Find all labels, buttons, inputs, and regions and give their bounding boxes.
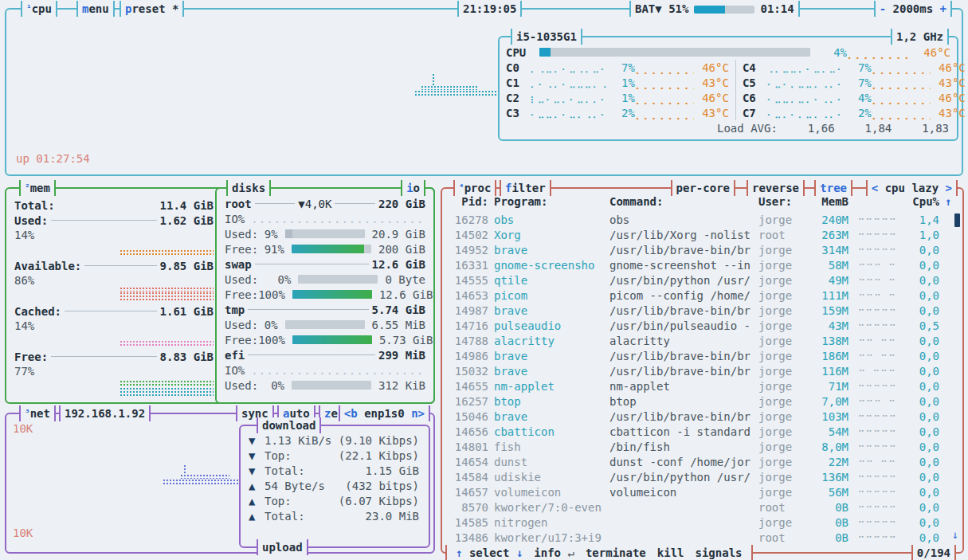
table-row[interactable]: 16278 obs obs jorge 240M ⠒⠒⠒⠒⠒ 1,4 [442,212,962,227]
disk-free-value: 5.73 GiB [379,334,433,347]
btop-screen: ¹cpu menu preset * 21:19:05 BAT▼ 51%01:1… [0,0,968,560]
table-row[interactable]: 14801 fish /bin/fish jorge 8,0M ⠒⠒⠒⠒⠒ 0,… [442,439,962,454]
disk-free-label: Free: [225,288,258,301]
table-row[interactable]: 8570 kworker/7:0-even root 0B ⠒⠒⠒⠒⠒ 0,0 [442,499,962,515]
select-control[interactable]: ↑ select ↓ [451,545,527,560]
table-row[interactable]: 16331 gnome-screensho gnome-screenshot -… [442,257,962,272]
core-usage-graph: ⡀⠄⢀⡀⠄⣀⣀⣀⡀⢀ [530,77,608,88]
preset-button[interactable]: preset * [120,1,184,17]
process-command: picom --config /home/ [609,289,753,302]
process-pid: 16331 [449,259,488,272]
filter-button[interactable]: filter [500,180,551,196]
disk-name: efi [225,349,245,362]
column-command[interactable]: Command: [609,195,753,208]
scrollbar-thumb[interactable] [954,213,960,227]
core-row: C7 ⠄⣀⡀⠄⡀⣀⡀⢀⡀⠄ 2% ⡀⡀⡀⡀⡀⡀⡀⡀⡀ 43°C [743,105,966,120]
column-program[interactable]: Program: [494,195,604,208]
core-temp: 43°C [694,76,729,89]
disk-size: 5.74 GiB [372,303,425,316]
network-panel-title[interactable]: ³net [19,405,56,421]
sort-prev-button[interactable]: < [872,182,878,194]
process-cpu-percent: 0,0 [906,274,939,287]
table-row[interactable]: 16257 btop btop jorge 7,0M ⠒⠒⠒ ⠒ 0,0 [442,394,962,409]
process-pid: 16257 [449,395,488,408]
process-user: jorge [758,259,803,272]
network-stat-value: (9.10 Kibps) [339,434,419,447]
table-row[interactable]: 14716 pulseaudio /usr/bin/pulseaudio - j… [442,318,962,333]
process-cpu-percent: 0,5 [906,319,939,332]
tree-toggle[interactable]: tree [814,180,852,196]
process-cpu-graph: ⠒⠒⠒ ⠒ [854,290,900,301]
table-row[interactable]: 14555 qtile /usr/bin/python /usr/ jorge … [442,272,962,288]
sort-next-button[interactable]: > [946,182,952,194]
column-cpu[interactable]: Cpu% [906,195,939,208]
network-stat-label: Total: [265,510,366,523]
per-core-toggle[interactable]: per-core [671,180,735,196]
table-row[interactable]: 14986 brave /usr/lib/brave-bin/br jorge … [442,348,962,363]
interval-minus-button[interactable]: - [880,2,886,15]
memory-panel-title[interactable]: ²mem [19,180,56,196]
network-stat-value: 23.0 MiB [366,510,419,523]
table-row[interactable]: 14585 nitrogen jorge 0B ⠒⠒⠒⠒⠒ 0,0 [442,515,962,530]
terminate-button[interactable]: terminate [581,545,651,560]
table-row[interactable]: 14656 cbatticon cbatticon -i standard jo… [442,424,962,439]
process-memory: 138M [809,335,848,347]
table-row[interactable]: 13486 kworker/u17:3+i9 root 0B ⠒⠒⠒⠒⠒ 0,0 [442,530,962,545]
direction-arrow-icon: ▼ [249,464,265,477]
cpu-panel-title[interactable]: ¹cpu [21,1,57,17]
table-row[interactable]: 14788 alacritty alacritty jorge 138M ⠒⠒ … [442,333,962,348]
disk-entry: tmp 5.74 GiB Used: 0% 6.55 MiB [225,302,425,347]
reverse-toggle[interactable]: reverse [747,180,805,196]
process-cpu-percent: 0,0 [906,531,939,544]
table-row[interactable]: 14655 nm-applet nm-applet jorge 71M ⠒⠒⠒⠒… [442,378,962,394]
table-row[interactable]: 14654 dunst dunst -conf /home/jor jorge … [442,454,962,469]
process-pid: 16278 [449,213,488,226]
network-stat-value: (6.07 Kibps) [339,495,419,507]
process-cpu-graph: ⠒⠒⠒⠒⠒ [854,502,900,513]
process-cpu-percent: 0,0 [906,501,939,514]
table-row[interactable]: 15046 brave /usr/lib/brave-bin/br jorge … [442,409,962,424]
process-memory: 7,0M [809,395,848,408]
kill-button[interactable]: kill [653,545,689,560]
process-command: nm-applet [609,380,753,393]
memory-section-value: 9.85 GiB [160,260,214,272]
process-command: gnome-screenshot --in [609,259,753,272]
disk-free-percent: 100% [258,288,285,301]
disk-name: swap [225,258,252,271]
disk-free-value: 12.6 GiB [379,288,433,301]
table-row[interactable]: 14502 Xorg /usr/lib/Xorg -nolist root 26… [442,227,962,242]
process-cpu-graph: ⠒⠒⠒⠒⠒ [854,305,900,316]
interval-plus-button[interactable]: + [940,2,946,15]
column-memory[interactable]: MemB [809,195,848,208]
table-row[interactable]: 14653 picom picom --config /home/ jorge … [442,288,962,303]
table-row[interactable]: 14987 brave /usr/lib/brave-bin/br jorge … [442,303,962,318]
signals-button[interactable]: signals [691,545,747,560]
table-row[interactable]: 14952 brave /usr/lib/brave-bin/br jorge … [442,242,962,257]
process-name: udiskie [494,471,604,484]
process-name: kworker/7:0-even [494,501,604,514]
memory-section: Available: 9.85 GiB 86% [14,258,214,303]
io-mode-toggle[interactable]: io [401,180,425,196]
disks-panel-title[interactable]: disks [226,180,271,196]
menu-button[interactable]: menu [76,1,115,17]
interface-next-button[interactable]: n> [411,407,425,420]
process-cpu-graph: ⠒⠒⠒⠒⠒ [854,441,900,452]
column-user[interactable]: User: [758,195,803,208]
process-panel-title[interactable]: ⁴proc [453,180,496,196]
table-row[interactable]: 15032 brave /usr/lib/brave-bin/br jorge … [442,363,962,378]
column-pid[interactable]: Pid: [449,195,488,208]
process-user: jorge [758,425,803,438]
memory-section-header: Cached: 1.61 GiB [14,303,214,319]
network-stat-label: Top: [265,495,339,507]
table-row[interactable]: 14657 volumeicon volumeicon jorge 56M ⠒⠒… [442,484,962,499]
memory-section-header: Available: 9.85 GiB [14,258,214,273]
table-row[interactable]: 14584 udiskie /usr/bin/python /usr/ jorg… [442,469,962,484]
disk-list: root ▼4,0K 220 GiB IO% .................… [225,196,425,393]
disk-io-activity: ▼4,0K [298,198,331,210]
process-cpu-percent: 0,0 [906,259,939,272]
disk-free-label: Free: [225,334,258,347]
process-cpu-graph: ⠒⠒ ⠒⠒ [854,350,900,362]
interface-prev-button[interactable]: <b [344,407,358,420]
process-user: jorge [758,319,803,332]
info-button[interactable]: info ↵ [529,545,579,560]
